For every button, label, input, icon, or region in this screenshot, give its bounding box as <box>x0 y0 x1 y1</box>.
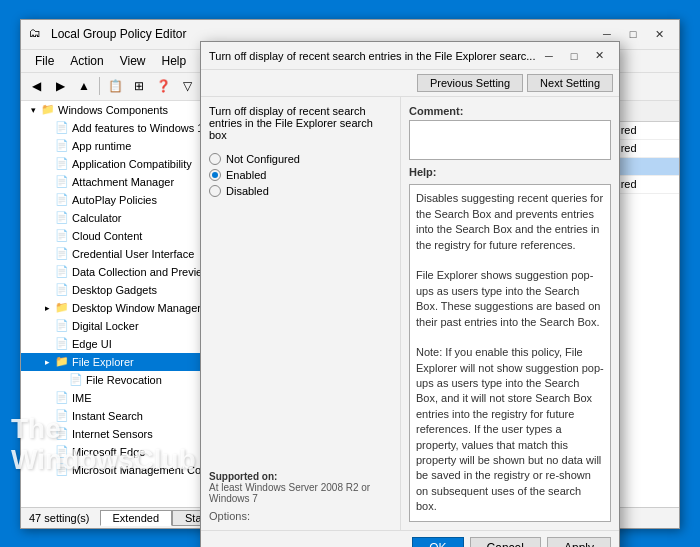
properties-button[interactable]: ⊞ <box>128 75 150 97</box>
tree-toggle-icon <box>39 138 55 154</box>
menu-action[interactable]: Action <box>62 52 111 70</box>
filter-button[interactable]: ▽ <box>176 75 198 97</box>
radio-group: Not Configured Enabled Disabled <box>209 153 392 197</box>
show-hide-button[interactable]: 📋 <box>104 75 126 97</box>
help-label: Help: <box>409 166 611 178</box>
radio-circle-enabled <box>209 169 221 181</box>
supported-on-label: Supported on: <box>209 471 277 482</box>
supported-on: Supported on: At least Windows Server 20… <box>209 471 392 504</box>
dialog-maximize-button[interactable]: □ <box>562 47 586 65</box>
comment-textarea[interactable] <box>409 120 611 160</box>
tree-toggle-icon <box>39 282 55 298</box>
folder-icon: 📁 <box>41 103 55 116</box>
watermark-site: wsxdn.com <box>11 476 196 488</box>
tree-item-label: Desktop Gadgets <box>72 284 157 296</box>
tree-item-label: Cloud Content <box>72 230 142 242</box>
help-button[interactable]: ❓ <box>152 75 174 97</box>
tree-toggle-icon <box>39 120 55 136</box>
watermark-line2: WindowsClub <box>11 445 196 476</box>
tree-item-label: Calculator <box>72 212 122 224</box>
tree-toggle-icon <box>39 336 55 352</box>
folder-icon: 📄 <box>55 391 69 404</box>
comment-section: Comment: <box>409 105 611 160</box>
menu-help[interactable]: Help <box>154 52 195 70</box>
options-section: Options: <box>209 510 392 522</box>
tree-item-label: File Explorer <box>72 356 134 368</box>
dialog-title-controls: ─ □ ✕ <box>537 47 611 65</box>
dialog-content: Turn off display of recent search entrie… <box>201 97 619 529</box>
folder-icon: 📄 <box>55 175 69 188</box>
tab-extended[interactable]: Extended <box>100 510 172 526</box>
tree-toggle-icon <box>39 318 55 334</box>
menu-view[interactable]: View <box>112 52 154 70</box>
tree-item-label: Edge UI <box>72 338 112 350</box>
back-button[interactable]: ◀ <box>25 75 47 97</box>
tree-toggle-icon <box>39 210 55 226</box>
radio-enabled-label: Enabled <box>226 169 266 181</box>
ok-button[interactable]: OK <box>412 537 463 547</box>
folder-icon: 📄 <box>55 193 69 206</box>
help-text: Disables suggesting recent queries for t… <box>409 184 611 521</box>
apply-button[interactable]: Apply <box>547 537 611 547</box>
tree-item-label: Credential User Interface <box>72 248 194 260</box>
tree-item-label: App runtime <box>72 140 131 152</box>
folder-icon: 📄 <box>55 283 69 296</box>
dialog-title-bar: Turn off display of recent search entrie… <box>201 42 619 70</box>
dialog-left-panel: Turn off display of recent search entrie… <box>201 97 401 529</box>
tree-toggle-icon <box>39 174 55 190</box>
radio-disabled-label: Disabled <box>226 185 269 197</box>
options-label: Options: <box>209 510 250 522</box>
forward-button[interactable]: ▶ <box>49 75 71 97</box>
dialog-close-button[interactable]: ✕ <box>587 47 611 65</box>
tree-toggle-icon <box>39 192 55 208</box>
radio-enabled[interactable]: Enabled <box>209 169 392 181</box>
tree-item-label: IME <box>72 392 92 404</box>
tree-item-label: File Revocation <box>86 374 162 386</box>
radio-not-configured-label: Not Configured <box>226 153 300 165</box>
tree-item-label: Desktop Window Manager <box>72 302 201 314</box>
close-button[interactable]: ✕ <box>647 25 671 43</box>
menu-file[interactable]: File <box>27 52 62 70</box>
folder-icon: 📄 <box>55 157 69 170</box>
tree-item-label: Data Collection and Preview <box>72 266 210 278</box>
previous-setting-button[interactable]: Previous Setting <box>417 74 523 92</box>
tree-item-label: AutoPlay Policies <box>72 194 157 206</box>
app-icon: 🗂 <box>29 26 45 42</box>
up-button[interactable]: ▲ <box>73 75 95 97</box>
tree-item-label: Application Compatibility <box>72 158 192 170</box>
watermark: The WindowsClub wsxdn.com <box>11 414 196 488</box>
folder-icon: 📄 <box>55 337 69 350</box>
maximize-button[interactable]: □ <box>621 25 645 43</box>
folder-icon: 📄 <box>69 373 83 386</box>
dialog-footer: OK Cancel Apply <box>201 530 619 547</box>
dialog-setting-name: Turn off display of recent search entrie… <box>209 105 392 141</box>
settings-count: 47 setting(s) <box>29 512 90 524</box>
tree-item-label: Windows Components <box>58 104 168 116</box>
radio-disabled[interactable]: Disabled <box>209 185 392 197</box>
radio-circle-not-configured <box>209 153 221 165</box>
folder-icon: 📁 <box>55 301 69 314</box>
folder-icon: 📄 <box>55 211 69 224</box>
tree-toggle-icon <box>39 264 55 280</box>
folder-icon: 📄 <box>55 121 69 134</box>
radio-not-configured[interactable]: Not Configured <box>209 153 392 165</box>
dialog-nav: Previous Setting Next Setting <box>201 70 619 97</box>
dialog-right-panel: Comment: Help: Disables suggesting recen… <box>401 97 619 529</box>
cancel-button[interactable]: Cancel <box>470 537 541 547</box>
folder-icon: 📄 <box>55 247 69 260</box>
tree-toggle-icon: ▸ <box>39 354 55 370</box>
minimize-button[interactable]: ─ <box>595 25 619 43</box>
toolbar-separator <box>99 77 100 95</box>
comment-label: Comment: <box>409 105 611 117</box>
tree-item-label: Add features to Windows 10 <box>72 122 210 134</box>
window-controls: ─ □ ✕ <box>595 25 671 43</box>
dialog-minimize-button[interactable]: ─ <box>537 47 561 65</box>
folder-icon: 📁 <box>55 355 69 368</box>
window-title: Local Group Policy Editor <box>51 27 186 41</box>
main-window: 🗂 Local Group Policy Editor ─ □ ✕ File A… <box>20 19 680 529</box>
tree-toggle-icon <box>53 372 69 388</box>
folder-icon: 📄 <box>55 319 69 332</box>
supported-on-value: At least Windows Server 2008 R2 or Windo… <box>209 482 370 504</box>
next-setting-button[interactable]: Next Setting <box>527 74 613 92</box>
tree-toggle-icon <box>39 228 55 244</box>
